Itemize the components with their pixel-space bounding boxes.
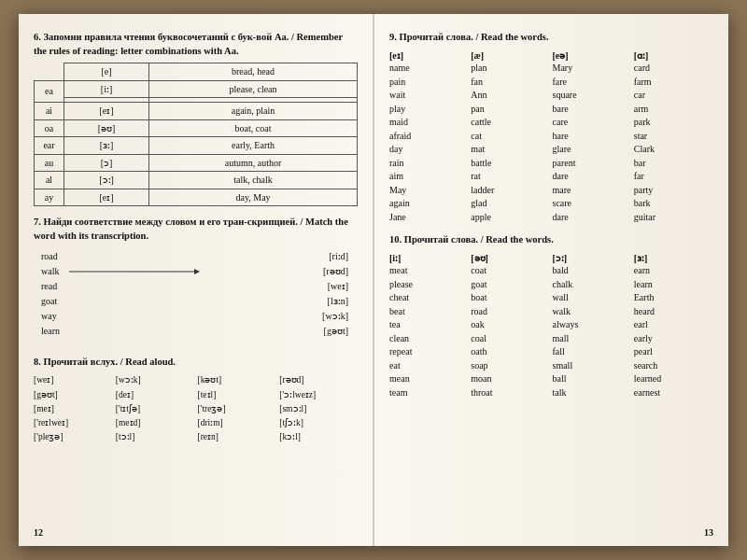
- exercise-8: 8. Прочитай вслух. / Read aloud. [weɪ] […: [34, 356, 358, 444]
- ex9-word: arm: [634, 103, 713, 117]
- ex8-item: [rəʊd]: [279, 373, 358, 386]
- ex10-col-header: [əʊ]: [471, 252, 550, 265]
- ex6-table: [e] bread, head ea [iː] please, clean ai…: [34, 63, 358, 206]
- ex10-word: please: [389, 278, 469, 292]
- ex9-word: bar: [634, 157, 713, 171]
- ex9-word: Ann: [471, 89, 550, 103]
- ex10-word: throat: [471, 386, 550, 400]
- ex10-col-header: [ɔː]: [553, 252, 632, 265]
- exercise-7: 7. Найди соответствие между словом и его…: [34, 216, 358, 345]
- ex9-word: mat: [471, 143, 550, 157]
- ex10-word: walk: [553, 305, 632, 319]
- ex10-word: wall: [553, 291, 632, 305]
- ex7-title: 7. Найди соответствие между словом и его…: [34, 216, 358, 243]
- ex9-word: aim: [389, 170, 469, 184]
- exercise-6: 6. Запомни правила чтения буквосочетаний…: [34, 31, 358, 206]
- ex10-word: team: [389, 386, 469, 400]
- ex9-title: 9. Прочитай слова. / Read the words.: [389, 31, 713, 45]
- ex10-word: Earth: [634, 291, 713, 305]
- ex10-word: coat: [471, 264, 550, 278]
- ex8-grid: [weɪ] [wɔːk] [kəʊt] [rəʊd] [gəʊt] [deɪ] …: [34, 373, 358, 443]
- ex10-word: earnest: [634, 386, 713, 400]
- ex8-item: [tʃɔːk]: [279, 416, 358, 429]
- ex9-word: mare: [553, 184, 632, 198]
- ex9-word: dare: [553, 170, 632, 184]
- ex10-word: pearl: [634, 345, 713, 359]
- ex9-word: Mary: [553, 62, 632, 76]
- ex8-item: [driːm]: [198, 416, 276, 429]
- ex9-word: star: [634, 130, 713, 144]
- ex10-word: heard: [634, 305, 713, 319]
- ex8-item: [wɔːk]: [116, 373, 194, 386]
- ex9-word: far: [634, 170, 713, 184]
- ex9-word: battle: [471, 157, 550, 171]
- ex10-word: oak: [471, 318, 550, 332]
- ex8-item: [kəʊt]: [198, 373, 276, 386]
- ex6-title: 6. Запомни правила чтения буквосочетаний…: [34, 31, 358, 58]
- ex10-word: mall: [553, 332, 632, 346]
- ex10-word: earn: [634, 264, 713, 278]
- ex10-word: moan: [471, 372, 550, 386]
- ex10-word: search: [634, 359, 713, 373]
- ex10-word: repeat: [389, 345, 469, 359]
- ex10-word: always: [553, 318, 632, 332]
- ex9-word: care: [553, 116, 632, 130]
- ex9-col-header: [æ]: [471, 49, 550, 63]
- ex10-word: small: [553, 359, 632, 373]
- ex9-col-header: [ɑː]: [634, 49, 713, 63]
- ex9-word: pan: [471, 103, 550, 117]
- ex10-word: chalk: [553, 278, 632, 292]
- ex9-word: dare: [553, 211, 632, 225]
- ex9-word: car: [634, 89, 713, 103]
- ex10-word: ball: [553, 372, 632, 386]
- ex10-word: learn: [634, 278, 713, 292]
- ex9-word: bare: [553, 103, 632, 117]
- ex9-word: parent: [553, 157, 632, 171]
- ex9-word: park: [634, 116, 713, 130]
- ex9-word: cat: [471, 130, 550, 144]
- ex10-word: road: [471, 305, 550, 319]
- ex8-item: [kɔːl]: [279, 430, 358, 443]
- ex9-word: fare: [553, 76, 632, 90]
- arrow-svg: [34, 248, 358, 346]
- ex9-word: cattle: [471, 116, 550, 130]
- ex9-word: ladder: [471, 184, 550, 198]
- ex10-word: early: [634, 332, 713, 346]
- ex10-word: bald: [553, 264, 632, 278]
- ex8-item: [gəʊt]: [34, 388, 112, 401]
- ex8-item: [smɔːl]: [279, 402, 358, 415]
- ex8-item: [tɔːl]: [116, 430, 194, 443]
- ex10-word: mean: [389, 372, 469, 386]
- ex9-word: guitar: [634, 211, 713, 225]
- ex9-word: pain: [389, 76, 469, 90]
- ex9-word: scare: [553, 197, 632, 211]
- exercise-10: 10. Прочитай слова. / Read the words. [i…: [389, 233, 713, 399]
- ex10-title: 10. Прочитай слова. / Read the words.: [389, 233, 713, 247]
- ex9-word: apple: [471, 211, 550, 225]
- ex10-word: boat: [471, 291, 550, 305]
- page-left: 6. Запомни правила чтения буквосочетаний…: [19, 14, 374, 546]
- ex8-item: ['tɪtʃə]: [116, 402, 194, 415]
- ex9-word: afraid: [389, 130, 469, 144]
- ex9-word: fan: [471, 76, 550, 90]
- ex9-word: name: [389, 62, 469, 76]
- ex9-word: glad: [471, 197, 550, 211]
- ex9-word: card: [634, 62, 713, 76]
- ex9-word: again: [389, 197, 469, 211]
- ex9-col-header: [eɪ]: [389, 49, 469, 63]
- ex8-title: 8. Прочитай вслух. / Read aloud.: [34, 356, 358, 370]
- ex10-grid: [iː] [əʊ] [ɔː] [ɜː] meat coat bald earn …: [389, 252, 713, 400]
- ex10-word: clean: [389, 332, 469, 346]
- ex10-word: meat: [389, 264, 469, 278]
- ex8-item: [teɪl]: [198, 388, 276, 401]
- ex9-word: day: [389, 143, 469, 157]
- ex9-word: party: [634, 184, 713, 198]
- page-right: 9. Прочитай слова. / Read the words. [eɪ…: [374, 14, 728, 546]
- ex10-word: cheat: [389, 291, 469, 305]
- ex10-word: learned: [634, 372, 713, 386]
- exercise-9: 9. Прочитай слова. / Read the words. [eɪ…: [389, 31, 713, 224]
- ex10-word: coal: [471, 332, 550, 346]
- ex10-word: goat: [471, 278, 550, 292]
- ex9-col-header: [eə]: [553, 49, 632, 63]
- ex10-col-header: [ɜː]: [634, 252, 713, 265]
